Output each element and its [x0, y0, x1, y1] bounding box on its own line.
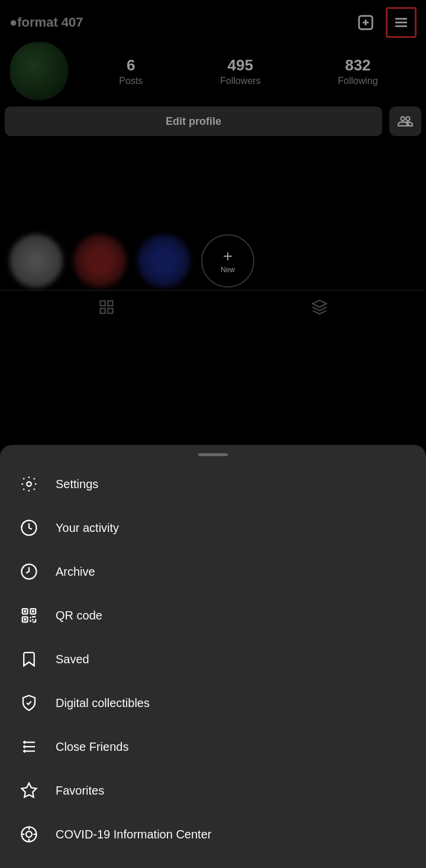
archive-label: Archive	[56, 565, 95, 579]
svg-point-10	[27, 482, 31, 486]
archive-icon	[19, 562, 39, 582]
activity-label: Your activity	[56, 521, 119, 535]
activity-icon	[19, 518, 39, 538]
svg-rect-17	[32, 610, 34, 612]
collectibles-icon	[19, 693, 39, 713]
menu-item-qrcode[interactable]: QR code	[0, 593, 426, 637]
svg-marker-31	[22, 783, 37, 798]
qrcode-label: QR code	[56, 609, 102, 622]
sheet-handle	[198, 453, 228, 456]
menu-item-collectibles[interactable]: Digital collectibles	[0, 681, 426, 725]
qr-code-icon	[19, 605, 39, 625]
settings-icon	[19, 474, 39, 494]
menu-item-covid[interactable]: COVID-19 Information Center	[0, 812, 426, 856]
covid-label: COVID-19 Information Center	[56, 828, 211, 841]
menu-item-close-friends[interactable]: Close Friends	[0, 725, 426, 769]
close-friends-icon	[19, 737, 39, 757]
saved-icon	[19, 649, 39, 669]
svg-rect-18	[24, 618, 26, 621]
settings-label: Settings	[56, 477, 98, 491]
bottom-sheet: Settings Your activity Archive QR code	[0, 445, 426, 868]
saved-label: Saved	[56, 653, 89, 666]
menu-item-saved[interactable]: Saved	[0, 637, 426, 681]
covid-icon	[19, 824, 39, 844]
menu-item-settings[interactable]: Settings	[0, 462, 426, 506]
close-friends-label: Close Friends	[56, 740, 128, 754]
menu-item-archive[interactable]: Archive	[0, 550, 426, 593]
svg-rect-16	[24, 610, 26, 612]
menu-item-activity[interactable]: Your activity	[0, 506, 426, 550]
collectibles-label: Digital collectibles	[56, 696, 150, 710]
svg-point-33	[26, 831, 32, 837]
favorites-icon	[19, 780, 39, 801]
favorites-label: Favorites	[56, 784, 104, 798]
menu-item-favorites[interactable]: Favorites	[0, 769, 426, 812]
